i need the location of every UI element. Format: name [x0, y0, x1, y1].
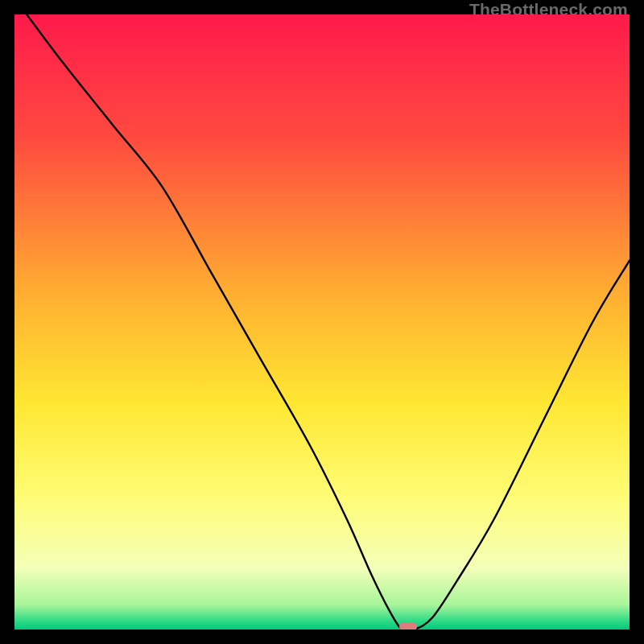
- chart-frame: TheBottleneck.com: [0, 0, 644, 644]
- optimal-marker: [399, 622, 417, 630]
- plot-area: [14, 14, 630, 630]
- bottleneck-curve: [14, 14, 630, 630]
